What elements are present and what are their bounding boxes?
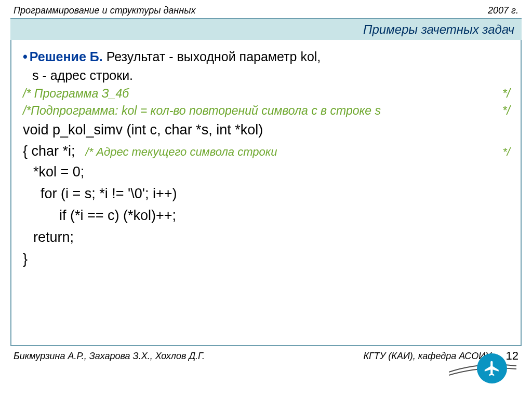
comment-program-left: /* Программа З_4б bbox=[23, 85, 129, 102]
comment-sub-left: /*Подпрограмма: kol = кол-во повторений … bbox=[23, 102, 381, 119]
line-s-addr: s - адрес строки. bbox=[23, 66, 510, 85]
code-brace: } bbox=[23, 249, 510, 270]
comment-program-right: */ bbox=[502, 85, 510, 102]
code-sig: void p_kol_simv (int c, char *s, int *ko… bbox=[23, 119, 510, 141]
content-area: • Решение Б. Результат - выходной параме… bbox=[10, 40, 522, 346]
code-chari-comment-end: */ bbox=[502, 144, 510, 160]
header-left: Программирование и структуры данных bbox=[14, 5, 195, 16]
code-kol0: *kol = 0; bbox=[23, 161, 510, 183]
comment-program: /* Программа З_4б */ bbox=[23, 85, 510, 102]
code-chari-row: { char *i; /* Адрес текущего символа стр… bbox=[23, 141, 510, 161]
code-if: if (*i == c) (*kol)++; bbox=[23, 205, 510, 227]
code-for: for (i = s; *i != '\0'; i++) bbox=[23, 183, 510, 205]
code-return: return; bbox=[23, 227, 510, 249]
slide-title: Примеры зачетных задач bbox=[363, 22, 514, 36]
header-right: 2007 г. bbox=[488, 5, 518, 16]
code-chari-comment: /* Адрес текущего символа строки bbox=[75, 144, 503, 160]
bullet-dot: • bbox=[23, 47, 28, 66]
logo bbox=[459, 350, 516, 387]
plane-icon bbox=[477, 353, 507, 383]
line-solution: • Решение Б. Результат - выходной параме… bbox=[23, 47, 510, 66]
comment-sub-right: */ bbox=[502, 102, 510, 119]
header: Программирование и структуры данных 2007… bbox=[10, 5, 522, 18]
title-bar: Примеры зачетных задач bbox=[10, 18, 522, 40]
comment-sub: /*Подпрограмма: kol = кол-во повторений … bbox=[23, 102, 510, 119]
footer-authors: Бикмурзина А.Р., Захарова З.Х., Хохлов Д… bbox=[14, 351, 205, 362]
solution-rest: Результат - выходной параметр kol, bbox=[103, 49, 321, 64]
solution-label: Решение Б. bbox=[30, 49, 103, 64]
slide: Программирование и структуры данных 2007… bbox=[10, 5, 522, 388]
footer: Бикмурзина А.Р., Захарова З.Х., Хохлов Д… bbox=[10, 346, 522, 363]
code-chari: { char *i; bbox=[23, 141, 75, 161]
